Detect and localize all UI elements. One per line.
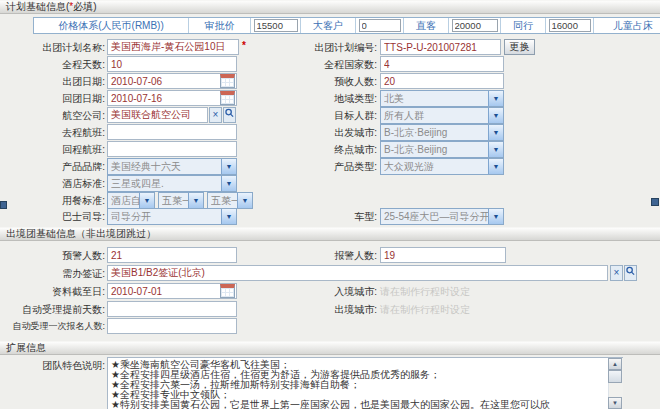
alarm-people-label: 报警人数: [277, 247, 377, 264]
feature-line: ★特别安排美国黄石公园，它是世界上第一座国家公园，也是美国最大的国家公园。在这里… [111, 400, 606, 409]
vehicle-type-label: 车型: [277, 208, 377, 225]
return-date-input[interactable] [107, 90, 237, 106]
section-bar-outbound: 出境团基础信息（非出境团跳过） [0, 227, 660, 241]
section-title: 出境团基础信息（非出境团跳过） [6, 228, 156, 239]
expected-people-label: 预收人数: [277, 73, 377, 90]
bus-guide-value: 司导分开 [111, 209, 221, 224]
airline-label: 航空公司: [0, 107, 105, 124]
scroll-up-icon[interactable]: ▲ [608, 358, 622, 370]
chevron-down-icon: ▼ [139, 193, 154, 208]
team-feature-label: 团队特色说明: [0, 357, 105, 374]
depart-city-select[interactable]: B-北京·Beijing▼ [380, 124, 504, 141]
chevron-down-icon: ▼ [221, 159, 236, 174]
product-type-select[interactable]: 大众观光游▼ [380, 158, 504, 175]
clear-icon[interactable]: × [209, 107, 222, 123]
product-brand-label: 产品品牌: [0, 158, 105, 175]
chevron-down-icon: ▼ [488, 91, 503, 106]
bus-guide-select[interactable]: 司导分开▼ [107, 208, 237, 225]
warn-people-input[interactable] [107, 247, 237, 263]
plan-no-input[interactable] [380, 39, 501, 55]
team-feature-textarea[interactable]: ★乘坐海南航空公司豪华客机飞往美国； ★全程安排四星级酒店住宿，住宿更为舒适，为… [107, 357, 623, 409]
direct-customer-cell [449, 18, 501, 33]
entry-city-hint: 请在制作行程时设定 [380, 283, 470, 300]
approve-price-label: 审批价 [189, 18, 251, 33]
bus-guide-label: 巴士司导: [0, 208, 105, 225]
clear-icon[interactable]: × [610, 265, 623, 281]
direct-customer-input[interactable] [452, 19, 498, 32]
chevron-down-icon: ▼ [488, 142, 503, 157]
selection-handle[interactable] [651, 198, 659, 206]
change-button[interactable]: 更换 [504, 39, 535, 55]
visa-input[interactable] [107, 265, 608, 281]
total-countries-input[interactable] [380, 56, 504, 72]
calendar-icon[interactable] [220, 91, 235, 105]
meal-2-value: 五菜一汤 [162, 193, 189, 208]
approve-price-input[interactable] [254, 19, 298, 32]
auto-accept-people-input[interactable] [107, 318, 237, 334]
target-group-label: 目标人群: [277, 107, 377, 124]
depart-date-input[interactable] [107, 73, 237, 89]
key-account-cell [356, 18, 404, 33]
region-type-value: 北美 [384, 91, 488, 106]
return-flight-input[interactable] [107, 141, 237, 157]
product-type-label: 产品类型: [277, 158, 377, 175]
meal-1-value: 酒店自助 [111, 193, 140, 208]
key-account-label: 大客户 [301, 18, 356, 33]
target-group-value: 所有人群 [384, 108, 488, 123]
price-system-header: 价格体系(人民币(RMB)) [34, 18, 189, 33]
region-type-select[interactable]: 北美▼ [380, 90, 504, 107]
total-days-label: 全程天数: [0, 56, 105, 73]
search-icon[interactable] [624, 265, 637, 281]
end-city-label: 终点城市: [277, 141, 377, 158]
meal-select-2[interactable]: 五菜一汤▼ [158, 192, 204, 209]
material-deadline-input[interactable] [107, 283, 237, 299]
target-group-select[interactable]: 所有人群▼ [380, 107, 504, 124]
vehicle-type-value: 25-54座大巴—司导分开 [384, 209, 488, 224]
outbound-flight-label: 去程航班: [0, 124, 105, 141]
vehicle-type-select[interactable]: 25-54座大巴—司导分开▼ [380, 208, 504, 225]
material-deadline-label: 资料截至日: [0, 283, 105, 300]
calendar-icon[interactable] [220, 74, 235, 88]
meal-select-1[interactable]: 酒店自助▼ [107, 192, 155, 209]
calendar-icon[interactable] [220, 284, 235, 298]
chevron-down-icon: ▼ [488, 159, 503, 174]
entry-city-label: 入境城市: [277, 283, 377, 300]
expected-people-input[interactable] [380, 73, 504, 89]
hotel-standard-label: 酒店标准: [0, 175, 105, 192]
search-icon[interactable] [223, 107, 236, 123]
auto-accept-days-input[interactable] [107, 301, 237, 317]
product-brand-select[interactable]: 美国经典十六天▼ [107, 158, 237, 175]
chevron-down-icon: ▼ [237, 193, 252, 208]
meal-select-3[interactable]: 五菜一汤▼ [207, 192, 253, 209]
meal-3-value: 五菜一汤 [211, 193, 238, 208]
return-date-label: 回团日期: [0, 90, 105, 107]
chevron-down-icon: ▼ [188, 193, 203, 208]
plan-name-input[interactable] [107, 39, 239, 55]
peer-label: 同行 [501, 18, 546, 33]
depart-date-label: 出团日期: [0, 73, 105, 90]
section-bar-basic: 计划基础信息(*必填) [0, 0, 660, 14]
scrollbar-thumb[interactable] [608, 370, 622, 383]
airline-input[interactable] [107, 107, 208, 123]
alarm-people-input[interactable] [380, 247, 506, 263]
section-title-suffix: 必填) [73, 1, 96, 12]
plan-name-label: 出团计划名称: [0, 39, 105, 56]
exit-city-label: 出境城市: [277, 301, 377, 318]
exit-city-hint: 请在制作行程时设定 [380, 301, 470, 318]
section-bar-extend: 扩展信息 [0, 341, 660, 355]
chevron-down-icon: ▼ [488, 125, 503, 140]
hotel-standard-value: 三星或四星. [111, 176, 221, 191]
auto-accept-people-label: 自动受理一次报名人数: [0, 318, 105, 335]
chevron-down-icon: ▼ [221, 209, 236, 224]
total-countries-label: 全程国家数: [277, 56, 377, 73]
hotel-standard-select[interactable]: 三星或四星.▼ [107, 175, 237, 192]
scroll-down-icon[interactable]: ▼ [608, 397, 622, 409]
peer-input[interactable] [549, 19, 591, 32]
end-city-select[interactable]: B-北京·Beijing▼ [380, 141, 504, 158]
key-account-input[interactable] [359, 19, 401, 32]
region-type-label: 地域类型: [277, 90, 377, 107]
outbound-flight-input[interactable] [107, 124, 237, 140]
direct-customer-label: 直客 [404, 18, 449, 33]
meal-standard-label: 用餐标准: [0, 192, 105, 209]
total-days-input[interactable] [107, 56, 237, 72]
